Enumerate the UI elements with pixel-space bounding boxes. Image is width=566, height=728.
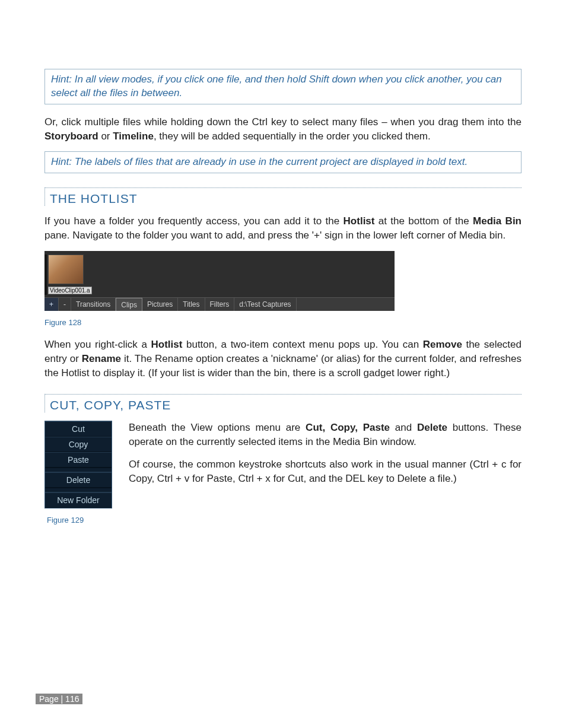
- menu-item-paste[interactable]: Paste: [45, 452, 112, 468]
- figure-129: Cut Copy Paste Delete New Folder: [44, 421, 112, 508]
- mediabin-bold: Media Bin: [473, 215, 522, 227]
- hotlist-tab-testcaptures[interactable]: d:\Test Captures: [234, 298, 296, 311]
- paragraph-hotlist: If you have a folder you frequently acce…: [44, 214, 522, 243]
- thumbnail-wrap: VideoClip001.a: [44, 255, 395, 295]
- figure-128: VideoClip001.a + - Transitions Clips Pic…: [44, 251, 395, 311]
- menu-item-delete[interactable]: Delete: [45, 472, 112, 488]
- text: Beneath the View options menu are: [129, 422, 306, 433]
- storyboard-bold: Storyboard: [44, 131, 98, 142]
- text: pane. Navigate to the folder you want to…: [44, 230, 505, 241]
- remove-bold: Remove: [423, 339, 462, 350]
- text: button, a two-item context menu pops up.…: [182, 339, 422, 350]
- hotlist-add-button[interactable]: +: [44, 298, 59, 311]
- text: at the bottom of the: [374, 215, 473, 227]
- text: and: [390, 422, 417, 433]
- paragraph-ccp-1: Beneath the View options menu are Cut, C…: [129, 421, 522, 449]
- hint-bold-used: Hint: The labels of files that are alrea…: [44, 151, 522, 173]
- menu-item-cut[interactable]: Cut: [45, 421, 112, 437]
- menu-separator: [45, 488, 112, 492]
- figure-129-caption: Figure 129: [47, 516, 112, 524]
- paragraph-ccp-2: Of course, the common keystroke shortcut…: [129, 457, 522, 486]
- text: If you have a folder you frequently acce…: [44, 215, 344, 227]
- menu-separator: [45, 468, 112, 472]
- figure-128-caption: Figure 128: [44, 318, 522, 327]
- hotlist-tab-bar: + - Transitions Clips Pictures Titles Fi…: [44, 297, 395, 311]
- text: Or, click multiple files while holding d…: [44, 116, 522, 128]
- hotlist-remove-button[interactable]: -: [59, 298, 71, 311]
- text: or: [98, 131, 113, 142]
- hotlist-tab-titles[interactable]: Titles: [178, 298, 205, 311]
- thumbnail-label: VideoClip001.a: [48, 287, 92, 294]
- video-thumbnail[interactable]: [48, 255, 84, 284]
- paragraph-ctrl-select: Or, click multiple files while holding d…: [44, 115, 522, 144]
- text: When you right-click a: [44, 339, 151, 350]
- page-number-footer: Page | 116: [36, 694, 82, 704]
- hotlist-tab-transitions[interactable]: Transitions: [71, 298, 116, 311]
- ccp-bold: Cut, Copy, Paste: [306, 422, 390, 433]
- hotlist-tab-clips[interactable]: Clips: [116, 298, 142, 311]
- section-header-hotlist: THE HOTLIST: [44, 187, 522, 206]
- rename-bold: Rename: [82, 353, 121, 364]
- text: , they will be added sequentially in the…: [154, 131, 431, 142]
- hint-shift-select: Hint: In all view modes, if you click on…: [44, 69, 522, 104]
- hotlist-tab-pictures[interactable]: Pictures: [142, 298, 178, 311]
- delete-bold: Delete: [417, 422, 447, 433]
- hotlist-tab-filters[interactable]: Filters: [205, 298, 235, 311]
- menu-item-new-folder[interactable]: New Folder: [45, 492, 112, 508]
- timeline-bold: Timeline: [113, 131, 154, 142]
- hotlist-bold: Hotlist: [344, 215, 375, 227]
- hotlist-bold-2: Hotlist: [151, 339, 182, 350]
- paragraph-rightclick: When you right-click a Hotlist button, a…: [44, 338, 522, 380]
- section-header-ccp: CUT, COPY, PASTE: [44, 394, 522, 412]
- menu-item-copy[interactable]: Copy: [45, 437, 112, 452]
